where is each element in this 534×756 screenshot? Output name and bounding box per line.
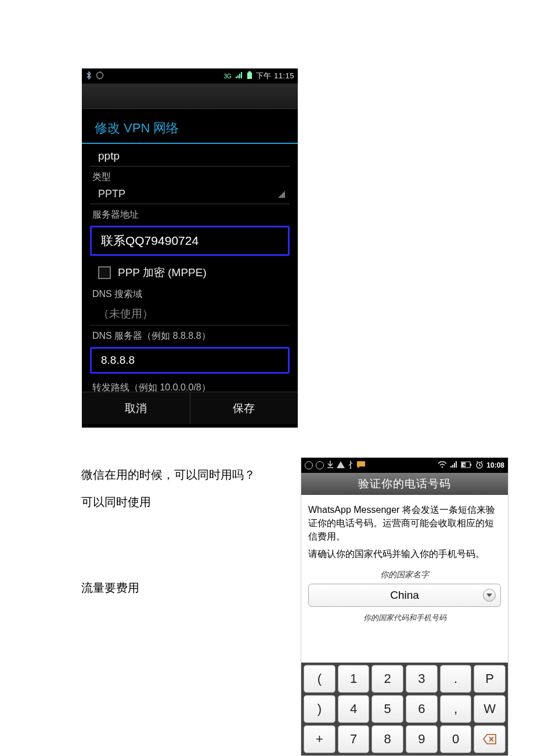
svg-rect-2 — [248, 71, 251, 73]
dns-search-label: DNS 搜索域 — [90, 284, 290, 302]
svg-point-0 — [97, 72, 103, 78]
backspace-icon — [483, 734, 497, 744]
server-address-label: 服务器地址 — [90, 204, 290, 222]
alarm-icon — [475, 461, 484, 471]
keypad-row: ( 1 2 3 . P — [302, 664, 507, 694]
warning-triangle-icon — [337, 461, 345, 470]
status2-time: 10:08 — [486, 461, 504, 469]
ppp-encrypt-checkbox-row[interactable]: PPP 加密 (MPPE) — [90, 259, 290, 284]
status-right-icons: 3G 下午 11:15 — [224, 71, 295, 81]
country-select[interactable]: China — [308, 584, 501, 607]
checkbox-unchecked-icon — [98, 266, 111, 279]
answer-text: 可以同时使用 — [81, 494, 151, 510]
note-text: 流量要费用 — [81, 580, 139, 596]
bluetooth-icon — [85, 71, 92, 81]
vpn-name-input[interactable]: pptp — [90, 145, 290, 167]
key-2[interactable]: 2 — [371, 665, 403, 693]
key-8[interactable]: 8 — [371, 725, 403, 753]
key-dot[interactable]: . — [440, 665, 472, 693]
key-6[interactable]: 6 — [406, 695, 438, 723]
key-4[interactable]: 4 — [338, 695, 370, 723]
dialog-title: 修改 VPN 网络 — [82, 109, 298, 144]
numeric-keypad: ( 1 2 3 . P ) 4 5 6 , W + 7 8 9 0 — [301, 663, 508, 755]
key-0[interactable]: 0 — [440, 725, 472, 753]
signal-icon — [450, 461, 458, 470]
status-circle-icon — [305, 461, 313, 469]
app-header — [82, 84, 298, 109]
vpn-form: pptp 类型 PPTP 服务器地址 联系QQ79490724 PPP 加密 (… — [82, 144, 298, 418]
status-bar-2: 10:08 — [301, 458, 508, 473]
key-paren-open[interactable]: ( — [304, 665, 335, 693]
status-circle-icon — [316, 461, 324, 469]
type-spinner[interactable]: PPTP — [90, 185, 290, 204]
key-9[interactable]: 9 — [406, 725, 438, 753]
key-p[interactable]: P — [474, 665, 506, 693]
ppp-encrypt-label: PPP 加密 (MPPE) — [118, 265, 207, 280]
key-backspace[interactable] — [474, 725, 506, 753]
verify-title: 验证你的电话号码 — [301, 473, 508, 495]
dns-server-input[interactable]: 8.8.8.8 — [90, 347, 290, 374]
signal-icon — [235, 72, 243, 81]
keypad-row: + 7 8 9 0 — [302, 724, 507, 754]
dropdown-arrow-icon — [483, 589, 496, 602]
battery-icon — [247, 71, 252, 81]
svg-rect-1 — [247, 73, 252, 79]
key-1[interactable]: 1 — [338, 665, 370, 693]
status-time: 下午 11:15 — [256, 71, 294, 81]
vpn-settings-screenshot: 3G 下午 11:15 修改 VPN 网络 pptp 类型 PPTP 服务器地址… — [82, 68, 298, 428]
network-3g-icon: 3G — [224, 73, 232, 79]
whatsapp-verify-screenshot: 10:08 验证你的电话号码 WhatsApp Messenger 将会发送一条… — [301, 457, 508, 756]
wifi-icon — [438, 461, 447, 470]
download-icon — [327, 461, 334, 471]
dns-search-input[interactable]: （未使用） — [90, 302, 290, 325]
cancel-button[interactable]: 取消 — [82, 392, 190, 424]
svg-rect-6 — [470, 464, 471, 466]
server-address-input[interactable]: 联系QQ79490724 — [90, 226, 290, 256]
key-7[interactable]: 7 — [338, 725, 370, 753]
dropdown-triangle-icon — [278, 191, 285, 198]
code-phone-hint-label: 你的国家代码和手机号码 — [301, 613, 508, 623]
country-hint-label: 你的国家名字 — [301, 570, 508, 580]
key-comma[interactable]: , — [440, 695, 472, 723]
status2-right-icons: 10:08 — [438, 461, 504, 471]
usb-icon — [348, 461, 353, 471]
svg-point-3 — [350, 467, 351, 468]
key-5[interactable]: 5 — [371, 695, 403, 723]
key-plus[interactable]: + — [304, 725, 335, 753]
type-label: 类型 — [90, 167, 290, 185]
status-left-icons — [85, 71, 104, 81]
sync-icon — [96, 71, 104, 81]
chat-notification-icon — [356, 461, 366, 471]
dns-server-label: DNS 服务器（例如 8.8.8.8） — [90, 325, 290, 343]
svg-point-4 — [442, 466, 443, 468]
save-button[interactable]: 保存 — [190, 392, 298, 424]
status-bar: 3G 下午 11:15 — [82, 68, 298, 84]
type-value: PPTP — [98, 188, 125, 200]
status2-left-icons — [305, 461, 366, 471]
key-3[interactable]: 3 — [406, 665, 438, 693]
key-w[interactable]: W — [474, 695, 506, 723]
verify-info-text: WhatsApp Messenger 将会发送一条短信来验证你的电话号码。运营商… — [301, 495, 508, 547]
question-text: 微信在用的时候，可以同时用吗？ — [81, 467, 255, 483]
dialog-button-row: 取消 保存 — [82, 392, 298, 424]
country-select-value: China — [390, 589, 419, 602]
key-paren-close[interactable]: ) — [304, 695, 335, 723]
verify-prompt-text: 请确认你的国家代码并输入你的手机号码。 — [301, 547, 508, 566]
battery-charging-icon — [461, 461, 472, 470]
keypad-row: ) 4 5 6 , W — [302, 694, 507, 724]
